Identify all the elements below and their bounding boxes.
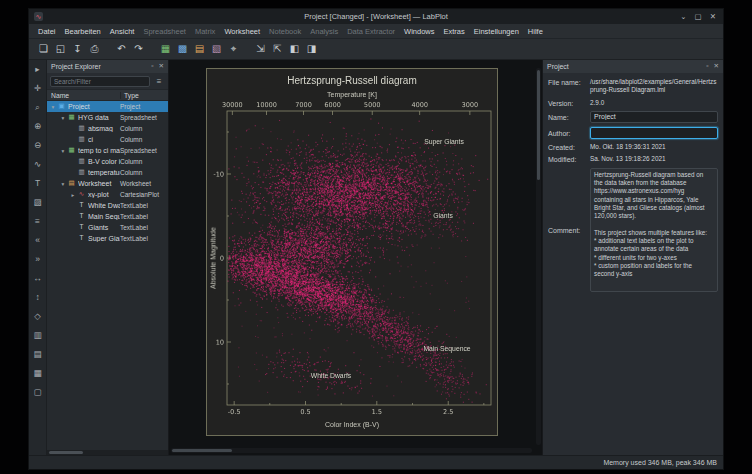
expander-icon[interactable]: ▾ (59, 148, 67, 154)
region-label[interactable]: Main Sequence (423, 345, 470, 352)
expander-icon[interactable]: ▾ (59, 115, 67, 121)
titlebar[interactable]: ∿ Project [Changed] - [Worksheet] — LabP… (29, 9, 723, 24)
new-matrix-button[interactable]: ▩ (174, 41, 191, 58)
tree-item[interactable]: ▥ ci Column (47, 134, 168, 145)
author-row: Author: (548, 127, 718, 139)
scrollbar-thumb[interactable] (49, 451, 83, 454)
worksheet-horizontal-scrollbar[interactable] (171, 448, 532, 453)
plot-title[interactable]: Hertzsprung-Russell diagram (207, 75, 497, 86)
tree-item[interactable]: ▾ ▣ Project Project (47, 101, 168, 112)
tree-item[interactable]: ▥ B-V color index Column (47, 156, 168, 167)
project-name-input[interactable] (590, 111, 718, 123)
menu-item[interactable]: Matrix (191, 26, 219, 37)
author-input[interactable] (590, 127, 718, 139)
expander-icon[interactable]: ▸ (69, 192, 77, 198)
tree-item[interactable]: ▥ absmag Column (47, 123, 168, 134)
tree-item[interactable]: T Giants TextLabel (47, 222, 168, 233)
print-button[interactable]: ⎙ (86, 41, 103, 58)
new-notebook-button[interactable]: ▧ (208, 41, 225, 58)
worksheet-view[interactable] (207, 69, 499, 437)
region-label[interactable]: White Dwarfs (311, 372, 351, 379)
new-spreadsheet-button[interactable]: ▦ (157, 41, 174, 58)
undo-button[interactable]: ↶ (113, 41, 130, 58)
zoom-select-tool-button[interactable]: ⌕ (31, 101, 44, 114)
zoom-out-button[interactable]: ⊖ (31, 139, 44, 152)
close-icon[interactable]: ✕ (159, 63, 164, 70)
toggle-properties-button[interactable]: ◨ (303, 41, 320, 58)
export-button[interactable]: ⇱ (269, 41, 286, 58)
tree-item[interactable]: ▾ ▤ Worksheet Worksheet (47, 178, 168, 189)
add-image-button[interactable]: ▨ (31, 196, 44, 209)
navigate-tool-button[interactable]: ✛ (31, 82, 44, 95)
tree-item-name: ci (88, 136, 120, 143)
shift-right-button[interactable]: » (31, 253, 44, 266)
redo-button[interactable]: ↷ (130, 41, 147, 58)
tree-item[interactable]: ▥ temperature Column (47, 167, 168, 178)
auto-scale-button[interactable]: ◇ (31, 310, 44, 323)
search-input[interactable] (50, 76, 150, 87)
menu-item[interactable]: Datei (34, 26, 60, 37)
tree-item-name: White Dwarfs (88, 202, 120, 209)
tree-item[interactable]: T White Dwarfs TextLabel (47, 200, 168, 211)
undock-icon[interactable]: ▫ (151, 63, 153, 70)
region-label[interactable]: Super Giants (424, 138, 464, 145)
column-header-name[interactable]: Name (47, 92, 120, 99)
new-worksheet-button[interactable]: ▤ (191, 41, 208, 58)
comment-textarea[interactable]: Hertzsprung-Russell diagram based on the… (590, 168, 718, 292)
toggle-project-explorer-button[interactable]: ◧ (286, 41, 303, 58)
tree-item[interactable]: T Super Giants TextLabel (47, 233, 168, 244)
add-legend-button[interactable]: ≡ (31, 215, 44, 228)
tree-item[interactable]: ▸ ∿ xy-plot CartesianPlot (47, 189, 168, 200)
close-icon[interactable]: ✕ (714, 63, 719, 70)
close-button[interactable]: ✕ (710, 9, 716, 24)
menu-item[interactable]: Worksheet (220, 26, 264, 37)
worksheet-vertical-scrollbar[interactable] (536, 68, 541, 445)
menu-item[interactable]: Bearbeiten (61, 26, 105, 37)
menu-item[interactable]: Analysis (306, 26, 342, 37)
new-file-button[interactable]: ❏ (35, 41, 52, 58)
menu-item[interactable]: Ansicht (106, 26, 139, 37)
maximize-button[interactable]: ▢ (695, 9, 702, 24)
grid-layout-button[interactable]: ▦ (31, 367, 44, 380)
menu-item[interactable]: Hilfe (524, 26, 547, 37)
zoom-x-button[interactable]: ↔ (31, 272, 44, 285)
labplot-window: ∿ Project [Changed] - [Worksheet] — LabP… (28, 8, 724, 470)
import-button[interactable]: ⇲ (252, 41, 269, 58)
minimize-button[interactable]: ⌄ (680, 9, 686, 24)
tree-item[interactable]: ▾ ▦ temp to ci mapping Spreadsheet (47, 145, 168, 156)
horizontal-layout-button[interactable]: ▤ (31, 348, 44, 361)
undock-icon[interactable]: ▫ (706, 63, 708, 70)
menu-item[interactable]: Extras (440, 26, 469, 37)
column-header-type[interactable]: Type (120, 92, 168, 99)
explorer-horizontal-scrollbar[interactable] (47, 450, 168, 455)
add-text-label-button[interactable]: T (31, 177, 44, 190)
select-tool-button[interactable]: ▸ (31, 63, 44, 76)
menu-item[interactable]: Data Extractor (343, 26, 399, 37)
scrollbar-thumb[interactable] (172, 449, 232, 452)
shift-left-button[interactable]: « (31, 234, 44, 247)
open-file-button[interactable]: ◱ (52, 41, 69, 58)
new-datapicker-button[interactable]: ⌖ (225, 41, 242, 58)
vertical-layout-button[interactable]: ▥ (31, 329, 44, 342)
tree-item[interactable]: T Main Sequence TextLabel (47, 211, 168, 222)
menu-item[interactable]: Notebook (265, 26, 305, 37)
zoom-y-button[interactable]: ↕ (31, 291, 44, 304)
expander-icon[interactable]: ▾ (59, 181, 67, 187)
modified-label: Modified: (548, 155, 586, 163)
break-layout-button[interactable]: ▢ (31, 386, 44, 399)
menu-item[interactable]: Windows (400, 26, 438, 37)
filter-options-icon[interactable]: ≡ (153, 75, 165, 87)
expander-icon[interactable]: ▾ (49, 104, 57, 110)
save-button[interactable]: ↧ (69, 41, 86, 58)
y-axis-title[interactable]: Absolute Magnitude (210, 227, 217, 289)
add-curve-button[interactable]: ∿ (31, 158, 44, 171)
worksheet-page[interactable]: Hertzsprung-Russell diagram Temperature … (206, 68, 498, 436)
menu-item[interactable]: Spreadsheet (139, 26, 190, 37)
zoom-in-button[interactable]: ⊕ (31, 120, 44, 133)
region-label[interactable]: Giants (433, 212, 453, 219)
top-axis-title[interactable]: Temperature [K] (207, 91, 497, 98)
tree-item[interactable]: ▾ ▦ HYG data Spreadsheet (47, 112, 168, 123)
x-axis-title[interactable]: Color Index (B-V) (207, 421, 497, 428)
scrollbar-thumb[interactable] (537, 70, 540, 180)
menu-item[interactable]: Einstellungen (470, 26, 523, 37)
